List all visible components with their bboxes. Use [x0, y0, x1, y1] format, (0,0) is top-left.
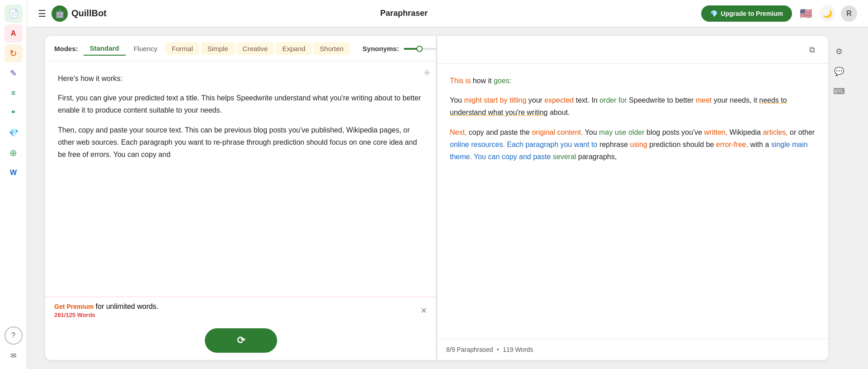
mode-fluency[interactable]: Fluency [127, 42, 164, 55]
input-text-area[interactable]: ✳ Here's how it works: First, you can gi… [45, 62, 436, 297]
panels-wrapper: Modes: Standard Fluency Formal Simple Cr… [45, 36, 828, 360]
navbar: ☰ 🤖 QuillBot Paraphraser 💎 Upgrade to Pr… [27, 0, 868, 27]
output-intro-green: goes: [494, 77, 511, 85]
output-p2-r1: copy and paste the [469, 128, 532, 136]
upgrade-button[interactable]: 💎 Upgrade to Premium [701, 5, 792, 22]
output-bottom-bar: 8/9 Paraphrased • 119 Words [437, 339, 828, 360]
mode-simple[interactable]: Simple [201, 42, 235, 55]
paraphrased-stats: 8/9 Paraphrased [446, 346, 493, 353]
sidebar-item-paraphrase[interactable]: ↻ [5, 44, 23, 62]
user-avatar[interactable]: R [841, 5, 857, 22]
output-p2-online: online resources. Each paragraph you wan… [450, 141, 597, 148]
mode-creative[interactable]: Creative [236, 42, 274, 55]
language-flag[interactable]: 🇺🇸 [797, 5, 814, 22]
sidebar-item-doc[interactable]: 📄 [5, 5, 23, 23]
output-p1-orderfor: order for [599, 96, 627, 104]
synonyms-label: Synonyms: [363, 45, 399, 52]
page-title: Paraphraser [107, 9, 702, 18]
output-p2-errorfree: error-free, [716, 141, 748, 148]
sidebar-item-help[interactable]: ? [5, 326, 23, 345]
synonyms-slider[interactable] [404, 48, 436, 50]
output-p1-r1: your [528, 96, 545, 104]
theme-toggle[interactable]: 🌙 [819, 5, 835, 22]
output-intro: This is how it goes: [450, 75, 816, 87]
output-p2-next: Next, [450, 128, 467, 136]
diamond-icon: 💎 [710, 10, 718, 17]
output-p1-r2: text. In [576, 96, 599, 104]
output-p2-mayuse: may use older [599, 128, 645, 136]
mode-expand[interactable]: Expand [276, 42, 311, 55]
output-panel: ⧉ This is how it goes: You might start b… [437, 36, 828, 360]
navbar-left: ☰ 🤖 QuillBot [38, 5, 107, 22]
output-p1-you: You [450, 96, 464, 104]
input-bottom-bar: Get Premium for unlimited words. 281/125… [45, 297, 436, 324]
output-p1-r3: Speedwrite to better [629, 96, 696, 104]
output-p2-r9: with a [750, 141, 771, 148]
mode-shorten[interactable]: Shorten [313, 42, 350, 55]
paraphrase-btn-row: ⟳ [45, 324, 436, 360]
mode-formal[interactable]: Formal [165, 42, 199, 55]
mode-standard[interactable]: Standard [84, 42, 126, 56]
output-p2-using: using [630, 141, 647, 148]
synonyms-section: Synonyms: 💎 [363, 44, 436, 54]
slider-thumb [416, 46, 423, 52]
output-p2-r2: You [585, 128, 599, 136]
output-p2-articles: articles, [763, 128, 788, 136]
premium-prompt: Get Premium for unlimited words. 281/125… [54, 303, 158, 318]
modes-label: Modes: [54, 45, 78, 52]
output-intro-rest: how it [473, 77, 494, 85]
output-p2-r12: paragraphs, [578, 153, 617, 161]
spinner-icon: ✳ [423, 65, 431, 80]
logo-text: QuillBot [71, 8, 107, 19]
sidebar-item-summarize[interactable]: ≡ [5, 84, 23, 102]
main-container: ☰ 🤖 QuillBot Paraphraser 💎 Upgrade to Pr… [27, 0, 868, 369]
output-p2-r4: Wikipedia [730, 128, 763, 136]
output-p2-youcan: You can copy and paste [474, 153, 551, 161]
editor-panel: Modes: Standard Fluency Formal Simple Cr… [45, 36, 436, 360]
moon-icon: 🌙 [822, 9, 832, 19]
sidebar-item-grammar[interactable]: A [5, 24, 23, 43]
modes-bar: Modes: Standard Fluency Formal Simple Cr… [45, 36, 436, 62]
close-premium-banner[interactable]: ✕ [420, 306, 427, 316]
settings-button[interactable]: ⚙ [831, 43, 847, 60]
word-stats: 119 Words [503, 346, 533, 353]
output-p2-several: several [553, 153, 576, 161]
output-p2-r3: blog posts you've [646, 128, 704, 136]
premium-desc: for unlimited words. [96, 303, 159, 310]
logo: 🤖 QuillBot [52, 5, 107, 22]
output-p2-r7: rephrase [599, 141, 630, 148]
sidebar-item-word[interactable]: W [5, 164, 23, 182]
output-p2-r8: prediction should be [649, 141, 716, 148]
premium-prompt-line: Get Premium for unlimited words. [54, 303, 158, 311]
sidebar-item-citation[interactable]: ❝ [5, 104, 23, 122]
sidebar-item-mail[interactable]: ✉ [5, 346, 23, 364]
output-top-bar: ⧉ [437, 36, 828, 64]
output-p1-meet: meet [696, 96, 712, 104]
output-para2: Next, copy and paste the original conten… [450, 126, 816, 163]
input-para1: First, you can give your predicted text … [58, 92, 424, 116]
output-p2-r5: or other [790, 128, 815, 136]
output-text-area: This is how it goes: You might start by … [437, 64, 828, 339]
logo-icon: 🤖 [52, 5, 68, 22]
output-p2-original: original content. [532, 128, 583, 136]
copy-button[interactable]: ⧉ [805, 43, 819, 57]
output-intro-orange: This is [450, 77, 471, 85]
stats-dot: • [497, 345, 500, 354]
get-premium-link[interactable]: Get Premium [54, 303, 94, 310]
input-intro: Here's how it works: [58, 72, 424, 85]
right-side-icons: ⚙ 💬 ⌨ [828, 36, 850, 360]
loading-spinner-icon: ⟳ [237, 335, 245, 346]
sidebar-item-chrome[interactable]: ⊕ [5, 144, 23, 162]
output-p1-r4: your needs, it [714, 96, 760, 104]
hamburger-icon[interactable]: ☰ [38, 8, 46, 19]
keyboard-button[interactable]: ⌨ [831, 83, 847, 99]
paraphrase-button[interactable]: ⟳ [205, 328, 277, 353]
output-p1-r5: about. [550, 109, 570, 116]
comments-button[interactable]: 💬 [831, 63, 847, 80]
word-count: 281/125 Words [54, 312, 158, 318]
sidebar-item-write[interactable]: ✎ [5, 64, 23, 82]
sidebar-item-premium[interactable]: 💎 [5, 124, 23, 142]
upgrade-label: Upgrade to Premium [721, 10, 783, 17]
navbar-right: 💎 Upgrade to Premium 🇺🇸 🌙 R [701, 5, 857, 22]
output-p2-written: written, [704, 128, 728, 136]
